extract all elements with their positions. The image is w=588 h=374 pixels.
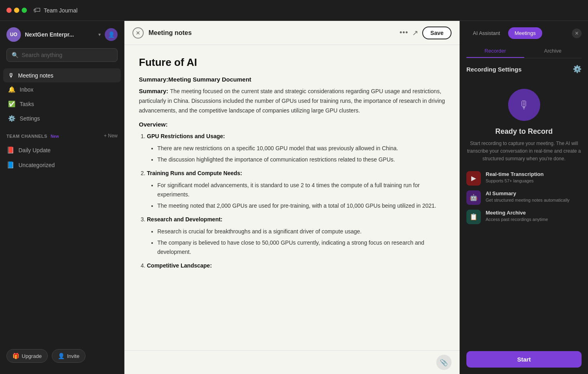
- feature-title: AI Summary: [486, 190, 582, 196]
- search-wrapper: 🔍 Search anything: [0, 48, 124, 68]
- overview-title: Overview:: [139, 121, 445, 128]
- close-traffic-light[interactable]: [6, 8, 12, 13]
- summary-icon: 🤖: [466, 190, 481, 205]
- ready-title: Ready to Record: [495, 127, 553, 136]
- nav-items: 🎙 Meeting notes 🔔 Inbox ✅ Tasks ⚙️ Setti…: [0, 68, 124, 126]
- app-layout: UO NextGen Enterpr... ▾ 👤 🔍 Search anyth…: [0, 21, 588, 374]
- panel-footer: Start: [460, 345, 588, 374]
- topbar-actions: ••• ↗ Save: [399, 27, 452, 39]
- attach-button[interactable]: 📎: [436, 355, 452, 370]
- sidebar-item-settings[interactable]: ⚙️ Settings: [3, 111, 121, 126]
- avatar: UO: [6, 27, 21, 42]
- tab-recorder[interactable]: Recorder: [466, 45, 524, 58]
- settings-header: Recording Settings ⚙️: [460, 58, 588, 77]
- feature-item-transcription: ▶ Real-time Transcription Supports 57+ l…: [466, 171, 582, 186]
- sidebar-item-label: Inbox: [20, 86, 33, 93]
- feature-desc: Get structured meeting notes automatical…: [486, 197, 582, 203]
- check-circle-icon: ✅: [8, 100, 16, 108]
- recorder-body: 🎙 Ready to Record Start recording to cap…: [460, 77, 588, 345]
- feature-desc: Access past recordings anytime: [486, 217, 582, 223]
- microphone-icon: 🎙: [8, 72, 14, 79]
- feature-text: Meeting Archive Access past recordings a…: [486, 210, 582, 223]
- search-icon: 🔍: [12, 52, 18, 58]
- sidebar-item-meeting-notes[interactable]: 🎙 Meeting notes: [3, 68, 121, 82]
- more-options-button[interactable]: •••: [399, 29, 408, 37]
- feature-text: AI Summary Get structured meeting notes …: [486, 190, 582, 203]
- list-item: Competitive Landscape:: [147, 261, 445, 271]
- section-label: TEAM CHANNELS New: [6, 132, 59, 139]
- channel-label: Daily Update: [18, 147, 51, 153]
- document-body: Future of AI Summary:Meeting Summary Doc…: [124, 45, 460, 350]
- document-tab-title: Meeting notes: [149, 29, 395, 37]
- bullet-list: There are new restrictions on a specific…: [151, 144, 445, 165]
- right-panel: AI Assistant Meetings ✕ Recorder Archive…: [460, 21, 588, 374]
- tab-meetings[interactable]: Meetings: [508, 27, 542, 39]
- sidebar-item-label: Tasks: [20, 101, 34, 107]
- tab-ai-assistant[interactable]: AI Assistant: [466, 27, 507, 39]
- tab-archive[interactable]: Archive: [524, 45, 582, 58]
- panel-topbar: AI Assistant Meetings ✕: [460, 21, 588, 39]
- start-recording-button[interactable]: Start: [466, 351, 582, 368]
- summary-label: Summary:: [139, 88, 168, 94]
- workspace-name: NextGen Enterpr...: [25, 31, 94, 38]
- upgrade-button[interactable]: 🎁 Upgrade: [6, 349, 48, 363]
- sidebar-header: UO NextGen Enterpr... ▾ 👤: [0, 27, 124, 48]
- feature-desc: Supports 57+ languages: [486, 178, 582, 184]
- feature-item-archive: 📋 Meeting Archive Access past recordings…: [466, 210, 582, 224]
- summary-paragraph: Summary: The meeting focused on the curr…: [139, 87, 445, 115]
- list-item-title: Competitive Landscape:: [147, 262, 212, 269]
- minimize-traffic-light[interactable]: [14, 8, 19, 13]
- settings-gear-icon[interactable]: ⚙️: [573, 65, 582, 74]
- channel-icon: 📘: [6, 161, 14, 169]
- recorder-tabs: Recorder Archive: [466, 45, 582, 58]
- close-panel-button[interactable]: ✕: [572, 29, 582, 38]
- bell-icon: 🔔: [8, 86, 16, 93]
- upgrade-icon: 🎁: [12, 353, 19, 359]
- search-input[interactable]: Search anything: [22, 52, 62, 58]
- panel-tabs: AI Assistant Meetings: [466, 27, 542, 39]
- app-title: Team Journal: [44, 7, 77, 14]
- feature-text: Real-time Transcription Supports 57+ lan…: [486, 171, 582, 184]
- content-footer: 📎: [124, 350, 460, 374]
- channel-item-daily-update[interactable]: 📕 Daily Update: [0, 143, 124, 157]
- bullet-item: The meeting noted that 2,000 GPUs are us…: [157, 201, 445, 211]
- channel-item-uncategorized[interactable]: 📘 Uncategorized: [0, 157, 124, 172]
- sidebar-item-label: Meeting notes: [18, 72, 53, 79]
- invite-button[interactable]: 👤 Invite: [52, 349, 85, 363]
- summary-section-title: Summary:Meeting Summary Document: [139, 76, 445, 83]
- search-box[interactable]: 🔍 Search anything: [6, 48, 118, 62]
- save-button[interactable]: Save: [422, 27, 452, 39]
- bullet-item: The company is believed to have close to…: [157, 238, 445, 258]
- gear-icon: ⚙️: [8, 115, 16, 122]
- sidebar-item-label: Settings: [20, 115, 40, 122]
- overview-list: GPU Restrictions and Usage: There are ne…: [139, 132, 445, 271]
- sidebar-footer: 🎁 Upgrade 👤 Invite: [0, 344, 124, 368]
- list-item-title: GPU Restrictions and Usage:: [147, 133, 225, 139]
- list-item: Research and Development: Research is cr…: [147, 215, 445, 257]
- recording-settings-title: Recording Settings: [466, 66, 522, 73]
- sidebar-item-inbox[interactable]: 🔔 Inbox: [3, 82, 121, 97]
- sidebar-item-tasks[interactable]: ✅ Tasks: [3, 97, 121, 111]
- channel-icon: 📕: [6, 146, 14, 154]
- bullet-item: Research is crucial for breakthroughs an…: [157, 227, 445, 237]
- team-channels-section-header: TEAM CHANNELS New + New: [0, 126, 124, 143]
- list-item: Training Runs and Compute Needs: For sig…: [147, 169, 445, 211]
- summary-text: The meeting focused on the current state…: [139, 88, 445, 114]
- close-document-button[interactable]: ✕: [132, 27, 144, 39]
- feature-item-summary: 🤖 AI Summary Get structured meeting note…: [466, 190, 582, 205]
- invite-label: Invite: [67, 353, 79, 359]
- fullscreen-traffic-light[interactable]: [22, 8, 27, 13]
- app-icon: 🏷: [33, 6, 41, 14]
- list-item-title: Research and Development:: [147, 216, 222, 223]
- new-channel-button[interactable]: + New: [104, 133, 118, 139]
- bullet-list: Research is crucial for breakthroughs an…: [151, 227, 445, 257]
- archive-icon: 📋: [466, 210, 481, 224]
- user-avatar-button[interactable]: 👤: [105, 28, 118, 41]
- expand-button[interactable]: ↗: [412, 29, 418, 37]
- titlebar: 🏷 Team Journal: [0, 0, 588, 21]
- chevron-down-icon[interactable]: ▾: [98, 32, 101, 37]
- bullet-item: For significant model advancements, it i…: [157, 181, 445, 200]
- list-item: GPU Restrictions and Usage: There are ne…: [147, 132, 445, 164]
- feature-title: Real-time Transcription: [486, 171, 582, 177]
- ready-description: Start recording to capture your meeting.…: [466, 140, 582, 163]
